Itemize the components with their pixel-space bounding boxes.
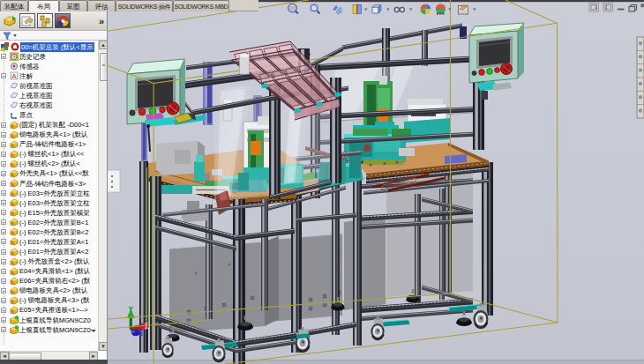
svg-text:A: A (11, 72, 17, 80)
